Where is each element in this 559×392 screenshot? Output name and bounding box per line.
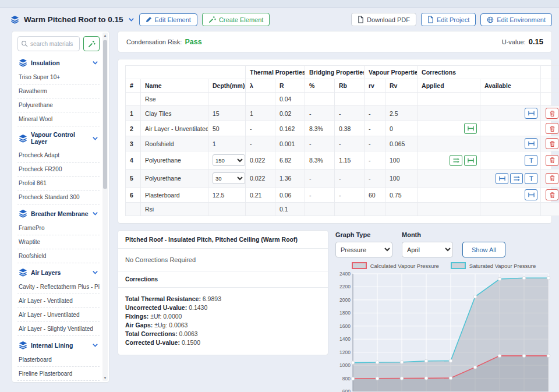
fixings-icon xyxy=(528,175,535,182)
graph-type-select[interactable]: Pressure xyxy=(335,242,392,257)
show-all-button[interactable]: Show All xyxy=(462,242,505,257)
condensation-risk-label: Condensation Risk: xyxy=(126,38,182,45)
month-select[interactable]: April xyxy=(402,242,453,257)
rv-small-value: - xyxy=(365,151,385,169)
bridging-correction-button[interactable] xyxy=(464,123,477,134)
bridging-correction-button[interactable] xyxy=(525,138,537,149)
search-input[interactable] xyxy=(30,41,76,47)
edit-environment-button[interactable]: Edit Environment xyxy=(480,13,552,26)
month-label: Month xyxy=(402,231,453,238)
sidebar-item[interactable]: Procheck FR200 xyxy=(17,163,100,176)
rv-value xyxy=(385,93,418,106)
sidebar-item[interactable]: Wraptite xyxy=(17,235,100,249)
edit-project-button[interactable]: Edit Project xyxy=(421,13,476,26)
fixings-correction-button[interactable] xyxy=(525,155,537,166)
delete-cell xyxy=(541,106,559,121)
sidebar-item[interactable]: Cavity - Reflectatherm Plus - Pitched xyxy=(17,280,100,294)
delete-layer-button[interactable] xyxy=(546,173,558,184)
sidebar-item[interactable]: Roofshield xyxy=(17,249,100,263)
scroll-down-arrow-icon[interactable]: ▼ xyxy=(102,376,108,380)
scrollbar-thumb[interactable] xyxy=(103,40,107,189)
sidebar-section-vapour-control-layer[interactable]: Vapour Control Layer xyxy=(17,126,100,149)
sidebar-item[interactable]: Ravatherm xyxy=(17,84,100,98)
element-title-chevron-icon[interactable] xyxy=(128,16,135,23)
create-element-button[interactable]: Create Element xyxy=(202,13,270,26)
delete-layer-button[interactable] xyxy=(546,138,558,149)
bridging-pct: - xyxy=(305,106,335,121)
bridging-correction-button[interactable] xyxy=(525,108,537,119)
column-header: Rb xyxy=(335,79,365,93)
edit-element-button[interactable]: Edit Element xyxy=(139,13,197,26)
rv-value: 0.75 xyxy=(385,188,418,203)
rv-small-value: - xyxy=(365,169,385,188)
depth-select[interactable]: 150 xyxy=(213,154,245,166)
bridging-icon xyxy=(498,175,506,182)
create-element-label: Create Element xyxy=(219,16,263,23)
sidebar-item[interactable]: Polyurethane xyxy=(17,98,100,112)
rb-value xyxy=(335,93,365,106)
sidebar-item[interactable]: Plasterboard xyxy=(17,353,100,367)
material-wizard-button[interactable] xyxy=(83,36,100,51)
u-value: U-value:0.15 xyxy=(502,37,543,46)
sidebar-item[interactable]: Triso Super 10+ xyxy=(17,70,100,84)
sidebar-section-air-layers[interactable]: Air Layers xyxy=(17,263,100,280)
lambda-value: 0.022 xyxy=(246,151,275,169)
sidebar-section-insulation[interactable]: Insulation xyxy=(17,54,100,70)
delete-layer-button[interactable] xyxy=(546,108,558,119)
delete-layer-button[interactable] xyxy=(546,123,558,134)
section-label: Vapour Control Layer xyxy=(31,131,89,145)
edit-element-label: Edit Element xyxy=(155,16,191,23)
sidebar-item[interactable]: Air Layer - Slightly Ventilated xyxy=(17,322,100,336)
available-corrections xyxy=(480,93,541,106)
sidebar-item[interactable]: Procheck Standard 300 xyxy=(17,190,100,204)
legend-swatch xyxy=(451,262,466,269)
sidebar-item[interactable]: Air Layer - Ventilated xyxy=(17,294,100,308)
layer-number: 3 xyxy=(126,136,141,151)
sidebar-section-breather-membrane[interactable]: Breather Membrane xyxy=(17,204,100,221)
rv-value: 100 xyxy=(385,169,418,188)
lambda-value xyxy=(246,93,275,106)
applied-corrections xyxy=(418,169,480,188)
depth-select[interactable]: 30 xyxy=(213,172,245,184)
layer-name: Rsi xyxy=(141,203,208,216)
delete-layer-button[interactable] xyxy=(546,155,558,166)
sidebar-item[interactable]: Procheck Adapt xyxy=(17,149,100,163)
rv-small-value: - xyxy=(365,106,385,121)
lambda-value: - xyxy=(246,136,275,151)
download-pdf-button[interactable]: Download PDF xyxy=(351,13,416,26)
sidebar-item[interactable]: Profoil 861 xyxy=(17,176,100,190)
sidebar-item[interactable]: FramePro xyxy=(17,221,100,235)
graph-type-label: Graph Type xyxy=(335,231,392,238)
delete-layer-button[interactable] xyxy=(546,189,558,200)
bridging-correction-button[interactable] xyxy=(525,189,537,200)
available-corrections xyxy=(480,203,541,216)
available-corrections xyxy=(480,169,541,188)
scroll-up-arrow-icon[interactable]: ▲ xyxy=(102,34,108,37)
summary-line: Total Corrections: 0.0063 xyxy=(125,330,321,337)
sidebar-item[interactable]: Fireline Plasterboard xyxy=(17,367,100,381)
sidebar-item[interactable]: Plasterboard High Density xyxy=(17,381,100,383)
rv-small-value: 60 xyxy=(365,188,385,203)
bridging-correction-button[interactable] xyxy=(464,155,477,166)
fixings-correction-button[interactable] xyxy=(525,173,537,184)
air-gap-correction-button[interactable] xyxy=(510,173,523,184)
sidebar-item[interactable]: Mineral Wool xyxy=(17,112,100,126)
sidebar-scrollbar[interactable]: ▲ ▼ xyxy=(102,33,108,381)
applied-corrections xyxy=(418,121,480,136)
rv-value: 0.065 xyxy=(385,136,418,151)
status-bar: Condensation Risk:Pass U-value:0.15 xyxy=(118,31,552,52)
sidebar-item[interactable]: Air Layer - Unventilated xyxy=(17,308,100,322)
fixings-icon xyxy=(528,157,535,164)
bridging-correction-button[interactable] xyxy=(496,173,508,184)
sidebar-section-internal-lining[interactable]: Internal Lining xyxy=(17,336,100,353)
rb-value: - xyxy=(335,169,365,188)
delete-cell xyxy=(541,169,559,188)
lambda-value: - xyxy=(246,121,275,136)
element-layers-icon xyxy=(10,15,19,24)
air-gap-correction-button[interactable] xyxy=(450,155,462,166)
no-corrections-text: No Corrections Required xyxy=(118,249,328,271)
element-title[interactable]: Warm Pitched Roof to 0.15 xyxy=(24,15,123,24)
layer-number: 1 xyxy=(126,106,141,121)
layer-number: 2 xyxy=(126,121,141,136)
pencil-icon xyxy=(146,16,152,23)
